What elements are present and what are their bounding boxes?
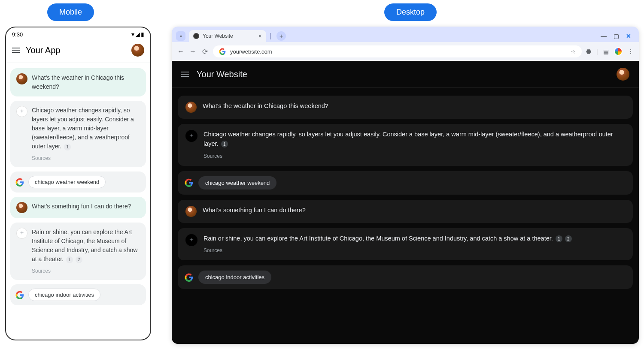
citation-badge[interactable]: 2: [565, 235, 572, 242]
sources-label[interactable]: Sources: [32, 267, 140, 275]
user-message-text: What's the weather in Chicago this weeke…: [32, 73, 140, 91]
status-icons: ▾ ◢ ▮: [131, 31, 144, 38]
user-avatar-small: [16, 202, 27, 213]
search-suggestion-card: chicago indoor activities: [10, 284, 146, 305]
bookmark-icon[interactable]: ☆: [571, 48, 576, 55]
close-window-icon[interactable]: ✕: [626, 33, 631, 39]
kebab-menu-icon[interactable]: ⋮: [628, 48, 634, 55]
google-logo-icon: [15, 178, 24, 187]
browser-tabstrip: ▾ Your Website × | + — ▢ ✕: [172, 27, 639, 42]
mobile-device-frame: 9:30 ▾ ◢ ▮ Your App What's the weather i…: [5, 27, 151, 340]
citation-badge[interactable]: 1: [556, 235, 562, 242]
user-avatar-small: [185, 206, 197, 217]
site-user-avatar[interactable]: [617, 68, 629, 81]
search-chip[interactable]: chicago weather weekend: [28, 176, 106, 188]
search-chip[interactable]: chicago indoor activities: [198, 271, 271, 284]
favicon: [193, 33, 199, 39]
search-suggestion-card: chicago weather weekend: [10, 171, 146, 193]
user-message-text: What's something fun I can do there?: [32, 202, 131, 211]
ai-message: Chicago weather changes rapidly, so laye…: [178, 124, 633, 166]
ai-message-text: Rain or shine, you can explore the Art I…: [204, 235, 553, 242]
status-time: 9:30: [12, 31, 23, 38]
citation-badge[interactable]: 1: [221, 141, 228, 147]
citation-badge[interactable]: 2: [76, 256, 82, 263]
ai-message: Rain or shine, you can explore the Art I…: [10, 223, 146, 280]
google-logo-icon: [219, 48, 226, 55]
ai-message: Rain or shine, you can explore the Art I…: [178, 228, 633, 261]
search-suggestion-card: chicago weather weekend: [178, 171, 633, 195]
menu-icon[interactable]: [12, 48, 20, 53]
ai-message-text: Chicago weather changes rapidly, so laye…: [204, 131, 613, 147]
url-text: yourwebsite.com: [230, 48, 272, 55]
minimize-icon[interactable]: —: [601, 33, 607, 39]
close-tab-icon[interactable]: ×: [258, 33, 262, 39]
address-bar[interactable]: yourwebsite.com ☆: [213, 45, 582, 57]
ai-spark-icon: [16, 228, 27, 239]
site-title: Your Website: [197, 69, 609, 79]
new-tab-button[interactable]: +: [276, 31, 286, 41]
browser-toolbar: ← → ⟳ yourwebsite.com ☆ ⬣ | ▤ ⋮: [172, 42, 639, 61]
maximize-icon[interactable]: ▢: [614, 33, 619, 39]
google-logo-icon: [15, 291, 24, 299]
search-suggestion-card: chicago indoor activities: [178, 265, 633, 289]
site-menu-icon[interactable]: [181, 72, 189, 77]
extensions-icon[interactable]: ⬣: [586, 48, 591, 55]
user-message: What's the weather in Chicago this weeke…: [10, 68, 146, 96]
reload-button[interactable]: ⟳: [201, 48, 209, 56]
browser-tab[interactable]: Your Website ×: [189, 30, 266, 42]
profile-icon[interactable]: [614, 47, 623, 56]
user-message-text: What's the weather in Chicago this weeke…: [203, 102, 328, 111]
user-avatar-small: [16, 73, 27, 84]
battery-icon: ▮: [141, 31, 144, 38]
app-title: Your App: [26, 45, 125, 55]
user-message: What's something fun I can do there?: [10, 197, 146, 218]
tab-search-button[interactable]: ▾: [176, 31, 185, 41]
ai-message: Chicago weather changes rapidly, so laye…: [10, 101, 146, 167]
ai-spark-icon: [185, 234, 197, 246]
tab-title: Your Website: [203, 33, 233, 39]
google-logo-icon: [185, 178, 193, 187]
citation-badge[interactable]: 1: [64, 144, 71, 150]
ai-message-text: Rain or shine, you can explore the Art I…: [32, 229, 137, 262]
user-avatar[interactable]: [131, 44, 144, 57]
mobile-label: Mobile: [47, 3, 94, 21]
citation-badge[interactable]: 1: [66, 256, 73, 263]
back-button[interactable]: ←: [177, 48, 185, 55]
side-panel-icon[interactable]: ▤: [603, 48, 609, 55]
user-message: What's something fun I can do there?: [178, 200, 633, 223]
sources-label[interactable]: Sources: [204, 247, 572, 254]
sources-label[interactable]: Sources: [32, 154, 140, 162]
google-logo-icon: [185, 273, 193, 282]
ai-message-text: Chicago weather changes rapidly, so laye…: [32, 107, 134, 150]
sources-label[interactable]: Sources: [204, 152, 625, 160]
desktop-label: Desktop: [384, 3, 437, 21]
user-avatar-small: [185, 102, 197, 113]
search-chip[interactable]: chicago weather weekend: [198, 176, 276, 190]
user-message: What's the weather in Chicago this weeke…: [178, 96, 633, 119]
ai-spark-icon: [16, 106, 27, 117]
signal-icon: ◢: [135, 31, 140, 38]
search-chip[interactable]: chicago indoor activities: [28, 289, 100, 301]
desktop-browser-frame: ▾ Your Website × | + — ▢ ✕ ← → ⟳ yourweb…: [172, 27, 639, 344]
forward-button[interactable]: →: [189, 48, 197, 55]
wifi-icon: ▾: [131, 31, 134, 38]
user-message-text: What's something fun I can do there?: [203, 206, 306, 215]
ai-spark-icon: [185, 130, 197, 142]
